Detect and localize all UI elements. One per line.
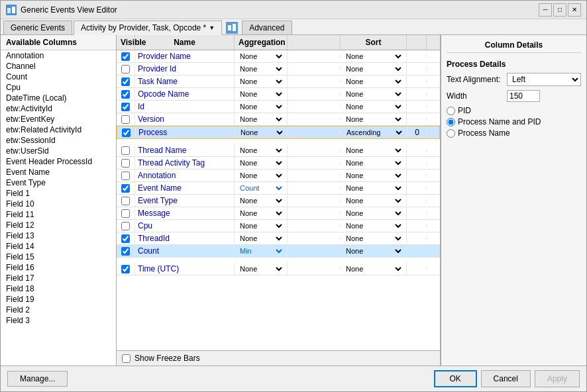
visible-checkbox[interactable]	[121, 184, 130, 193]
pid-radio[interactable]	[447, 107, 455, 115]
available-column-item[interactable]: Event Header ProcessId	[1, 156, 116, 167]
aggregation-select[interactable]: NoneCountMinMaxSumUnique	[237, 77, 284, 86]
table-row[interactable]: ThreadIdNoneCountMinMaxSumUniqueNoneAsce…	[117, 232, 440, 245]
table-row[interactable]: Event TypeNoneCountMinMaxSumUniqueNoneAs…	[117, 195, 440, 207]
sort-select[interactable]: NoneAscendingDescending	[343, 171, 403, 180]
aggregation-select[interactable]: NoneCountMinMaxSumUnique	[237, 196, 284, 205]
available-column-item[interactable]: Field 13	[1, 230, 116, 241]
aggregation-select[interactable]: NoneCountMinMaxSumUnique	[237, 209, 284, 218]
maximize-button[interactable]: □	[553, 3, 566, 17]
visible-checkbox[interactable]	[121, 234, 130, 243]
visible-checkbox[interactable]	[121, 265, 130, 273]
visible-checkbox[interactable]	[122, 128, 131, 137]
aggregation-select[interactable]: NoneCountMinMaxSumUnique	[237, 171, 284, 180]
tab-generic-events[interactable]: Generic Events	[3, 21, 72, 34]
table-row[interactable]: ProcessNoneCountMinMaxSumUniqueNoneAscen…	[117, 126, 440, 139]
tab-advanced[interactable]: Advanced	[242, 21, 292, 34]
visible-checkbox[interactable]	[121, 209, 130, 218]
visible-checkbox[interactable]	[121, 247, 130, 256]
visible-checkbox[interactable]	[121, 65, 130, 74]
available-column-item[interactable]: Count	[1, 72, 116, 82]
visible-checkbox[interactable]	[121, 159, 130, 168]
aggregation-select[interactable]: NoneCountMinMaxSumUnique	[237, 52, 284, 61]
available-column-item[interactable]: Field 1	[1, 188, 116, 199]
aggregation-select[interactable]: NoneCountMinMaxSumUnique	[237, 115, 284, 124]
aggregation-select[interactable]: NoneCountMinMaxSumUnique	[237, 102, 284, 111]
visible-checkbox[interactable]	[121, 197, 130, 205]
available-column-item[interactable]: Annotation	[1, 50, 116, 61]
available-column-item[interactable]: Field 11	[1, 209, 116, 220]
aggregation-select[interactable]: NoneCountMinMaxSumUnique	[237, 64, 284, 74]
table-row[interactable]: Time (UTC)NoneCountMinMaxSumUniqueNoneAs…	[117, 263, 440, 275]
table-row[interactable]: Event NameNoneCountMinMaxSumUniqueNoneAs…	[117, 182, 440, 195]
table-row[interactable]: AnnotationNoneCountMinMaxSumUniqueNoneAs…	[117, 170, 440, 182]
ok-button[interactable]: OK	[434, 370, 477, 387]
available-column-item[interactable]: Field 15	[1, 252, 116, 262]
visible-checkbox[interactable]	[121, 90, 130, 99]
freeze-bars-checkbox[interactable]	[122, 354, 131, 363]
process-name-pid-radio[interactable]	[447, 118, 455, 126]
visible-checkbox[interactable]	[121, 222, 130, 230]
table-row[interactable]: Opcode NameNoneCountMinMaxSumUniqueNoneA…	[117, 88, 440, 101]
available-column-item[interactable]: Field 10	[1, 199, 116, 209]
table-row[interactable]: Thread NameNoneCountMinMaxSumUniqueNoneA…	[117, 144, 440, 157]
sort-select[interactable]: NoneAscendingDescending	[343, 246, 403, 256]
available-column-item[interactable]: Field 2	[1, 305, 116, 315]
available-column-item[interactable]: etw:SessionId	[1, 135, 116, 146]
aggregation-select[interactable]: NoneCountMinMaxSumUnique	[237, 246, 284, 256]
sort-select[interactable]: NoneAscendingDescending	[343, 77, 403, 86]
available-column-item[interactable]: Field 16	[1, 262, 116, 273]
available-column-item[interactable]: etw:Related ActivityId	[1, 124, 116, 135]
table-row[interactable]: Thread Activity TagNoneCountMinMaxSumUni…	[117, 157, 440, 170]
sort-select[interactable]: NoneAscendingDescending	[343, 264, 403, 273]
visible-checkbox[interactable]	[121, 103, 130, 111]
manage-button[interactable]: Manage...	[7, 371, 68, 387]
process-name-radio[interactable]	[447, 129, 455, 138]
width-input[interactable]	[507, 90, 540, 102]
sort-select[interactable]: NoneAscendingDescending	[343, 52, 403, 61]
table-row[interactable]: Task NameNoneCountMinMaxSumUniqueNoneAsc…	[117, 75, 440, 88]
sort-select[interactable]: NoneAscendingDescending	[343, 209, 403, 218]
available-column-item[interactable]: Field 19	[1, 294, 116, 305]
available-column-item[interactable]: Field 3	[1, 315, 116, 326]
available-column-item[interactable]: Field 18	[1, 283, 116, 294]
available-column-item[interactable]: Field 12	[1, 220, 116, 230]
aggregation-select[interactable]: NoneCountMinMaxSumUnique	[238, 128, 285, 137]
table-row[interactable]: CountNoneCountMinMaxSumUniqueNoneAscendi…	[117, 245, 440, 258]
available-column-item[interactable]: Field 17	[1, 273, 116, 283]
sort-select[interactable]: NoneAscendingDescending	[343, 183, 403, 193]
visible-checkbox[interactable]	[121, 172, 130, 180]
aggregation-select[interactable]: NoneCountMinMaxSumUnique	[237, 221, 284, 230]
sort-select[interactable]: NoneAscendingDescending	[343, 221, 403, 230]
visible-checkbox[interactable]	[121, 52, 130, 61]
sort-select[interactable]: NoneAscendingDescending	[343, 64, 403, 74]
aggregation-select[interactable]: NoneCountMinMaxSumUnique	[237, 234, 284, 243]
tab-activity-by-provider[interactable]: Activity by Provider, Task, Opcode * ▼	[74, 21, 222, 35]
available-column-item[interactable]: etw:EventKey	[1, 114, 116, 124]
sort-select[interactable]: NoneAscendingDescending	[343, 146, 403, 155]
minimize-button[interactable]: ─	[539, 3, 552, 17]
sort-select[interactable]: NoneAscendingDescending	[343, 102, 403, 111]
available-column-item[interactable]: Event Type	[1, 177, 116, 188]
sort-select[interactable]: NoneAscendingDescending	[343, 158, 403, 168]
aggregation-select[interactable]: NoneCountMinMaxSumUnique	[237, 158, 284, 168]
table-row[interactable]: IdNoneCountMinMaxSumUniqueNoneAscendingD…	[117, 101, 440, 113]
text-alignment-select[interactable]: Left Center Right	[507, 73, 581, 86]
available-column-item[interactable]: Channel	[1, 61, 116, 72]
visible-checkbox[interactable]	[121, 77, 130, 86]
aggregation-select[interactable]: NoneCountMinMaxSumUnique	[237, 264, 284, 273]
table-row[interactable]: VersionNoneCountMinMaxSumUniqueNoneAscen…	[117, 113, 440, 126]
visible-checkbox[interactable]	[121, 115, 130, 124]
visible-checkbox[interactable]	[121, 146, 130, 155]
aggregation-select[interactable]: NoneCountMinMaxSumUnique	[237, 89, 284, 99]
aggregation-select[interactable]: NoneCountMinMaxSumUnique	[237, 183, 284, 193]
table-row[interactable]: CpuNoneCountMinMaxSumUniqueNoneAscending…	[117, 220, 440, 232]
available-column-item[interactable]: Event Name	[1, 167, 116, 177]
available-column-item[interactable]: etw:ActivityId	[1, 103, 116, 114]
tab-dropdown-arrow[interactable]: ▼	[209, 24, 215, 31]
available-column-item[interactable]: etw:UserSid	[1, 146, 116, 156]
aggregation-select[interactable]: NoneCountMinMaxSumUnique	[237, 146, 284, 155]
available-column-item[interactable]: DateTime (Local)	[1, 93, 116, 103]
sort-select[interactable]: NoneAscendingDescending	[343, 89, 403, 99]
apply-button[interactable]: Apply	[535, 370, 580, 387]
